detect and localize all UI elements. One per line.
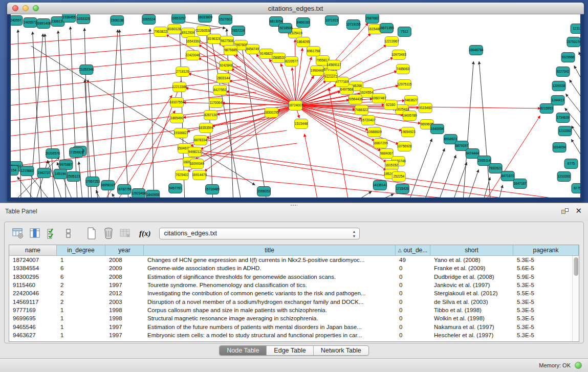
graph-node[interactable]: 19654923	[401, 127, 416, 137]
cell-title[interactable]: Genome-wide association studies in ADHD.	[144, 264, 396, 272]
table-select-dropdown[interactable]: citations_edges.txt ▲▼	[159, 228, 360, 239]
cell-title[interactable]: Changes of HCN gene expression and I(f) …	[144, 256, 396, 264]
graph-node[interactable]: 7832621	[489, 164, 502, 173]
graph-node[interactable]: 7485063	[396, 64, 409, 74]
graph-node[interactable]: 9498212	[188, 147, 202, 157]
cell-out_de[interactable]: 0	[396, 281, 430, 289]
graph-node[interactable]: 6961758	[307, 47, 320, 56]
graph-node[interactable]: 145194	[54, 169, 67, 179]
graph-node[interactable]: 18807299	[373, 139, 388, 148]
cell-out_de[interactable]: 0	[396, 273, 430, 281]
graph-node[interactable]: 15720407	[361, 116, 376, 125]
graph-node[interactable]: 62160	[384, 100, 397, 110]
graph-node[interactable]: 1942737	[37, 168, 51, 178]
graph-node[interactable]: 16782759	[117, 185, 132, 194]
table-row[interactable]: 1830029562008Estimation of significance …	[9, 273, 572, 281]
graph-node[interactable]: 15751074	[567, 37, 580, 47]
cell-name[interactable]: 9115460	[9, 281, 57, 289]
graph-node[interactable]: 39154	[11, 166, 18, 176]
cell-in_degree[interactable]: 6	[57, 264, 105, 272]
cell-year[interactable]: 2009	[105, 264, 144, 272]
cell-pagerank[interactable]: 5.3E-5	[513, 314, 572, 322]
graph-node[interactable]: 1170064	[209, 98, 223, 108]
graph-node[interactable]: 2405572	[24, 18, 37, 28]
table-row[interactable]: 969969511998Structural magnetic resonanc…	[9, 314, 572, 322]
cell-out_de[interactable]: 0	[396, 306, 430, 314]
cell-pagerank[interactable]: 5.3E-5	[513, 306, 572, 314]
graph-node[interactable]: 8196328	[208, 34, 221, 44]
graph-node[interactable]: 6775	[564, 159, 578, 169]
cell-in_degree[interactable]: 6	[57, 273, 105, 281]
cell-name[interactable]: 9463627	[9, 331, 57, 339]
table-row[interactable]: 1456911722003Disruption of a novel membe…	[9, 297, 572, 305]
graph-node[interactable]: 9474444	[466, 149, 479, 159]
cell-pagerank[interactable]: 5.3E-5	[513, 322, 572, 331]
graph-node[interactable]: 16914479	[192, 170, 207, 180]
graph-node[interactable]: 9329966	[561, 53, 575, 62]
graph-node[interactable]: 9115460	[419, 103, 432, 113]
graph-node[interactable]: 20891406	[36, 19, 51, 29]
column-header-title[interactable]: title	[144, 245, 396, 255]
graph-node[interactable]: 1864095	[296, 37, 310, 47]
graph-node[interactable]: 1215683	[20, 166, 34, 176]
graph-node[interactable]: 10607487	[372, 94, 386, 103]
graph-node[interactable]: 2066053	[257, 187, 271, 196]
graph-node[interactable]: 17359928	[69, 148, 83, 158]
graph-node[interactable]: 2306138	[111, 16, 124, 26]
graph-node[interactable]: 8912934	[182, 28, 195, 38]
cell-title[interactable]: Estimation of significance thresholds fo…	[144, 273, 396, 281]
table-row[interactable]: 1872400712008Changes of HCN gene express…	[9, 256, 572, 264]
cell-title[interactable]: Investigating the contribution of common…	[144, 289, 396, 297]
graph-node[interactable]: 9875685	[224, 46, 237, 55]
network-window-titlebar[interactable]: citations_edges.txt	[7, 3, 584, 14]
graph-node[interactable]: 9884067	[380, 149, 393, 159]
cell-pagerank[interactable]: 5.5E-5	[513, 289, 572, 297]
graph-node[interactable]: 1209338	[552, 81, 565, 91]
graph-node[interactable]: 1640955	[146, 190, 160, 198]
column-header-year[interactable]: year	[105, 245, 144, 255]
table-row[interactable]: 946554611997Estimation of the future num…	[9, 322, 572, 331]
cell-short[interactable]: Nakamura et al. (1997)	[430, 322, 513, 331]
graph-node[interactable]: 1640954	[430, 124, 444, 134]
cell-short[interactable]: de Silva et al. (2003)	[430, 297, 513, 305]
cell-title[interactable]: Tourette syndrome. Phenomenology and cla…	[144, 281, 396, 289]
graph-node[interactable]: 2505123	[67, 172, 80, 182]
graph-node[interactable]: 8427552	[213, 85, 227, 95]
graph-node[interactable]: 1527602	[219, 15, 232, 25]
graph-node[interactable]: 16353594	[199, 123, 213, 133]
cell-title[interactable]: Disruption of a novel member of a sodium…	[144, 297, 396, 305]
graph-node[interactable]: 12975115	[397, 80, 412, 90]
cell-in_degree[interactable]: 2	[57, 289, 105, 297]
graph-node[interactable]: 252254	[392, 172, 405, 182]
graph-node[interactable]: 21053346	[79, 65, 94, 75]
cell-out_de[interactable]: 0	[396, 264, 430, 272]
network-canvas[interactable]: 7963822816012889129342226053816543392819…	[11, 14, 580, 198]
graph-node[interactable]: 9463627	[404, 96, 418, 105]
cell-short[interactable]: Stergiakouli et al. (2012)	[430, 289, 513, 297]
graph-node[interactable]: 1244413	[551, 96, 564, 105]
graph-node[interactable]: 1865490	[170, 114, 184, 123]
cell-out_de[interactable]: 0	[396, 322, 430, 331]
graph-node[interactable]: 8466160	[296, 18, 310, 28]
cell-short[interactable]: Dudbridge et al. (2008)	[430, 273, 513, 281]
graph-node[interactable]: 17957253	[85, 177, 100, 187]
cell-title[interactable]: Structural magnetic resonance image aver…	[144, 314, 396, 322]
show-columns-button[interactable]	[28, 226, 42, 241]
cell-in_degree[interactable]: 1	[57, 322, 105, 331]
graph-node[interactable]: 8215953	[540, 104, 553, 114]
cell-in_degree[interactable]: 2	[57, 281, 105, 289]
graph-node[interactable]: 7512	[398, 27, 411, 37]
splitter-handle[interactable]	[290, 204, 297, 206]
cell-pagerank[interactable]: 5.3E-5	[513, 256, 572, 264]
graph-node[interactable]: 1733426	[396, 184, 409, 194]
graph-node[interactable]: 15716485	[205, 185, 220, 194]
vertical-scrollbar[interactable]	[572, 256, 579, 341]
cell-out_de[interactable]: 0	[396, 314, 430, 322]
column-header-name[interactable]: name	[9, 245, 57, 255]
table-row[interactable]: 1938455462009Genome-wide association stu…	[9, 264, 572, 272]
table-row[interactable]: 2242004622012Investigating the contribut…	[9, 289, 572, 297]
cell-name[interactable]: 18300295	[9, 273, 57, 281]
graph-node[interactable]: 9975887	[59, 160, 73, 170]
graph-node[interactable]: 1990448	[310, 66, 323, 76]
cell-year[interactable]: 1997	[105, 281, 144, 289]
